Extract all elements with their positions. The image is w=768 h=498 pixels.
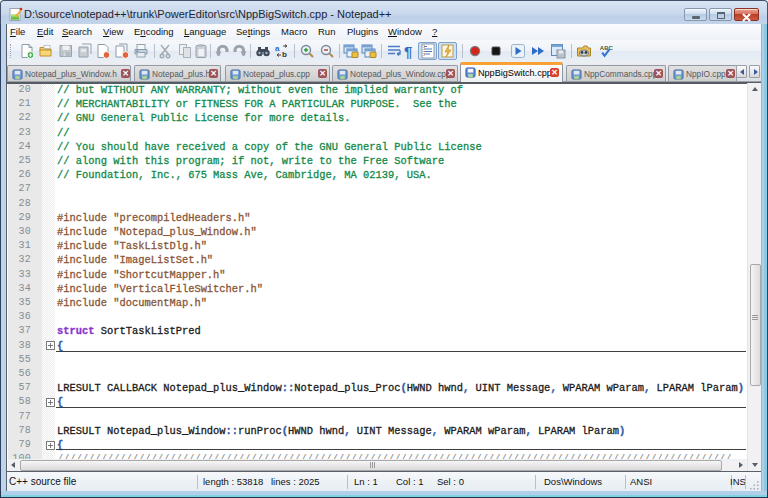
- svg-text:ABC: ABC: [600, 45, 614, 51]
- svg-text:b: b: [282, 50, 287, 59]
- svg-text:a: a: [275, 44, 280, 53]
- svg-text:¶: ¶: [404, 43, 412, 59]
